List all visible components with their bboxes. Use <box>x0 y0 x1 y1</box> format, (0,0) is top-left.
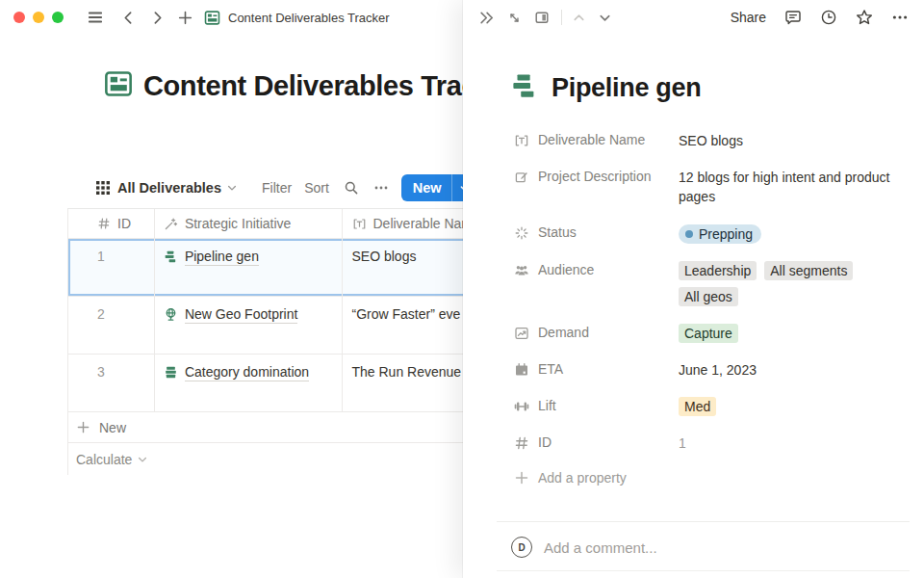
property-name: ETA <box>538 361 563 377</box>
back-icon[interactable] <box>120 10 137 26</box>
properties-list: Deliverable Name SEO blogs Project Descr… <box>514 131 903 486</box>
property-value[interactable]: 12 blogs for high intent and product pag… <box>679 168 903 206</box>
audience-tag[interactable]: Leadership <box>679 261 757 280</box>
hamburger-icon[interactable] <box>87 9 104 26</box>
lift-tag[interactable]: Med <box>679 397 716 416</box>
cell-initiative[interactable]: New Geo Footprint <box>155 297 343 354</box>
more-dots-icon[interactable] <box>891 9 909 26</box>
more-dots-icon[interactable] <box>373 180 389 196</box>
status-pill[interactable]: Prepping <box>679 224 761 244</box>
traffic-light-minimize[interactable] <box>33 12 44 23</box>
window-title: Content Deliverables Tracker <box>228 11 390 25</box>
property-name: Demand <box>538 325 589 340</box>
people-icon <box>514 263 529 278</box>
edit-icon <box>514 170 529 185</box>
property-label[interactable]: Deliverable Name <box>514 131 679 150</box>
peek-header: Pipeline gen <box>510 71 701 104</box>
status-burst-icon <box>514 225 529 241</box>
property-label[interactable]: ID <box>514 434 679 453</box>
chevron-up-icon[interactable] <box>572 11 586 25</box>
property-value[interactable]: Prepping <box>679 223 903 244</box>
property-row-demand[interactable]: Demand Capture <box>514 324 903 343</box>
property-name: ID <box>538 434 552 450</box>
add-property-button[interactable]: Add a property <box>514 470 903 486</box>
page-link[interactable]: Category domination <box>185 363 309 381</box>
property-value[interactable]: Capture <box>679 324 903 343</box>
column-header-id[interactable]: ID <box>68 209 155 238</box>
new-button-label[interactable]: New <box>401 180 451 196</box>
traffic-light-close[interactable] <box>13 12 25 23</box>
clock-icon[interactable] <box>820 9 837 26</box>
page-title[interactable]: Content Deliverables Tracker <box>143 70 518 102</box>
search-icon[interactable] <box>344 180 359 196</box>
property-label[interactable]: Status <box>514 223 679 244</box>
property-label[interactable]: ETA <box>514 360 679 380</box>
avatar: D <box>511 537 532 558</box>
property-row-eta[interactable]: ETA June 1, 2023 <box>514 360 903 380</box>
property-name: Lift <box>538 398 556 413</box>
plus-icon <box>76 420 90 434</box>
comment-input[interactable]: Add a comment... <box>544 539 657 556</box>
table-page-icon[interactable] <box>104 69 133 102</box>
property-row-deliverable-name[interactable]: Deliverable Name SEO blogs <box>514 131 903 150</box>
globe-icon <box>164 307 178 325</box>
archive-icon <box>164 365 178 382</box>
property-name: Audience <box>538 262 594 277</box>
cell-id[interactable]: 2 <box>68 297 155 354</box>
forward-icon[interactable] <box>149 10 166 26</box>
dumbbell-icon <box>514 399 529 414</box>
property-value[interactable]: Med <box>679 397 903 416</box>
side-peek-icon[interactable] <box>534 10 550 25</box>
property-label[interactable]: Lift <box>514 397 679 416</box>
trend-chart-icon <box>514 326 529 341</box>
property-row-id[interactable]: ID 1 <box>514 434 903 453</box>
property-value[interactable]: SEO blogs <box>679 131 903 150</box>
property-label[interactable]: Project Description <box>514 168 679 206</box>
view-toolbar: All Deliverables Filter Sort New <box>96 173 476 202</box>
new-tab-plus-icon[interactable] <box>177 10 193 26</box>
chevron-down-icon[interactable] <box>226 182 238 194</box>
property-row-lift[interactable]: Lift Med <box>514 397 903 416</box>
page-link[interactable]: Pipeline gen <box>185 248 259 266</box>
bars-chart-icon[interactable] <box>510 71 539 104</box>
star-icon[interactable] <box>856 9 873 26</box>
property-label[interactable]: Demand <box>514 324 679 343</box>
traffic-light-zoom[interactable] <box>52 12 64 23</box>
audience-tag[interactable]: All geos <box>679 287 738 306</box>
property-name: Deliverable Name <box>538 132 645 147</box>
property-value[interactable]: Leadership All segments All geos <box>679 261 903 306</box>
comment-section: D Add a comment... <box>497 521 910 558</box>
cell-initiative[interactable]: Pipeline gen <box>155 239 343 296</box>
page-table-icon <box>204 10 220 26</box>
view-tab-all-deliverables[interactable]: All Deliverables <box>117 180 221 196</box>
property-row-project-description[interactable]: Project Description 12 blogs for high in… <box>514 168 903 206</box>
property-row-status[interactable]: Status Prepping <box>514 223 903 244</box>
title-icon <box>514 133 529 148</box>
audience-tag[interactable]: All segments <box>764 261 853 280</box>
toolbar-divider <box>561 10 562 25</box>
chevron-down-icon[interactable] <box>598 11 612 25</box>
cell-id[interactable]: 3 <box>68 355 155 411</box>
hash-icon <box>514 435 529 451</box>
property-value[interactable]: 1 <box>679 434 903 453</box>
double-chevron-right-icon[interactable] <box>478 10 495 26</box>
panel-bottom-divider <box>497 570 910 571</box>
sort-button[interactable]: Sort <box>304 180 329 196</box>
cell-initiative[interactable]: Category domination <box>155 355 343 411</box>
share-button[interactable]: Share <box>731 10 766 25</box>
expand-diagonal-icon[interactable] <box>507 11 522 25</box>
peek-page-title[interactable]: Pipeline gen <box>552 73 701 103</box>
page-header: Content Deliverables Tracker <box>104 69 518 102</box>
page-link[interactable]: New Geo Footprint <box>185 305 298 324</box>
chevron-down-icon <box>137 454 148 465</box>
status-dot <box>685 230 693 238</box>
comment-bubble-icon[interactable] <box>784 9 802 26</box>
filter-button[interactable]: Filter <box>262 180 292 196</box>
column-header-strategic-initiative[interactable]: Strategic Initiative <box>155 209 343 238</box>
property-row-audience[interactable]: Audience Leadership All segments All geo… <box>514 261 903 306</box>
property-value[interactable]: June 1, 2023 <box>679 360 903 380</box>
column-label: Strategic Initiative <box>185 216 292 231</box>
cell-id[interactable]: 1 <box>68 239 155 296</box>
demand-tag[interactable]: Capture <box>679 324 738 343</box>
property-label[interactable]: Audience <box>514 261 679 306</box>
